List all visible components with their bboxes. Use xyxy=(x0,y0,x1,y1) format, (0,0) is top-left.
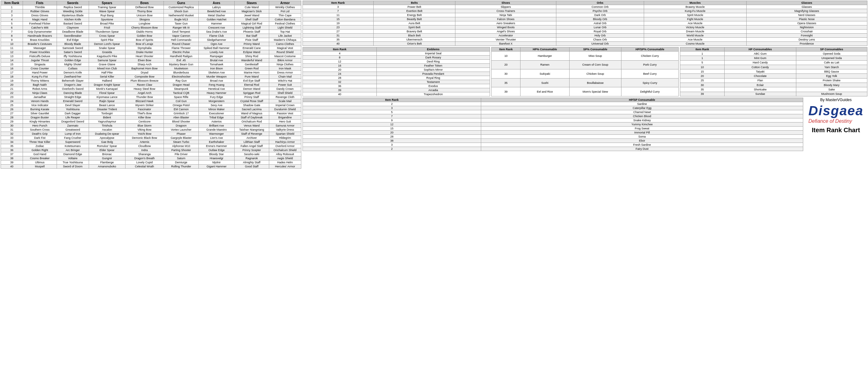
table-row: 16Cross CounterCutlassMixed Iron ClubBap… xyxy=(1,67,301,71)
table-row: 7Exertion BeltCross-TrainersPsycho OrbKu… xyxy=(303,9,867,13)
table-row: 10Brawler's CestusesBloody BladeDemon Lo… xyxy=(1,42,301,46)
table-row: 35ShortcakeSake xyxy=(680,87,867,92)
table-row: 16Feather Token xyxy=(303,64,490,68)
table-row: 30EclairBloody Mary xyxy=(680,83,867,87)
main-col-fists: Fists xyxy=(23,1,57,5)
chart-title: Item Rank Chart xyxy=(812,127,860,134)
table-row: 1ABC GumOpened Soda xyxy=(680,51,867,56)
table-row: 17Hand PowerDemon's KnifeHalf PikeDryadB… xyxy=(1,71,301,75)
right-section: Item Rank Belts Shoes Orbs Muscles Glass… xyxy=(302,0,868,380)
logo-credit: By MasterVGuides xyxy=(820,98,851,102)
game-title-span: Disgaea xyxy=(808,103,863,118)
table-row: 29Kingly HimantesDragonlord SwordYagrush… xyxy=(1,119,301,124)
hpsp2-hp: HP Consumables xyxy=(724,47,796,51)
table-row: 39Eel and RiceMom's Special StewDelightf… xyxy=(492,87,679,96)
table-row: 38Elixir xyxy=(303,139,803,143)
table-row: 3Dress GlovesMysterious BladeRuyi BangUn… xyxy=(1,13,301,18)
right-top-area: Item Rank Belts Shoes Orbs Muscles Glass… xyxy=(303,1,867,46)
table-row: 15SingautaMighty ShotelGrave GlaiveSharp… xyxy=(1,63,301,67)
table-row: 2Sardine xyxy=(303,102,803,106)
right-bottom-area: Item Rank HP/SP Consumable 2Sardine3Cate… xyxy=(303,98,867,151)
table-row: 12Power KnucklesSatan's SwordGrasidaDrak… xyxy=(1,50,301,54)
game-subtitle-span: Defiance of Destiny xyxy=(808,118,852,124)
belt-col-glasses: Glasses xyxy=(746,1,867,5)
table-row: 40Orion's BeltBarefoot XUniversal OrbCos… xyxy=(303,42,867,46)
main-col-armor: Armor xyxy=(269,1,301,5)
table-row: 8Handmade BracersSwordbreakerCross Spear… xyxy=(1,34,301,38)
right-mid-area: Item Rank Emblems 4Imperial Seal8Dark Ro… xyxy=(303,47,867,96)
hpsp-pct-table: Item Rank HP% Consumable SP% Consumable … xyxy=(491,47,679,96)
table-row: 3Power BeltSlippersCommon OrbBrawny Musc… xyxy=(303,5,867,9)
table-row: 39UltimusTrue YoshitsunaFlambergeLovely … xyxy=(1,161,301,165)
table-row: 11Energy BeltNinja TabiDark OrbSpirit Mu… xyxy=(303,13,867,17)
table-row: 1Mint GumUnopened Soda xyxy=(680,56,867,60)
table-row: 19Aura BeltAero SneakersAstral OrbAce Mu… xyxy=(303,21,867,26)
table-row: 33Dark FistFang CrusherApocalypseDemonic… xyxy=(1,136,301,140)
table-row: 30SukiyakiChicken SoupBeef Curry xyxy=(492,69,679,78)
table-row: 28Dragon BusterLife ReaperBidentKiller B… xyxy=(1,115,301,119)
table-row: 25Vice IndicatorDevil SlayerBeast LanceW… xyxy=(1,103,301,107)
table-row: 22Ninja ClawsDancing BladeFloral SpearAn… xyxy=(1,91,301,95)
table-row: 28Soma xyxy=(303,135,803,139)
table-row: 23JamadharStraight EdgeKiyomasa LanceThu… xyxy=(1,95,301,99)
table-row: 4Magic HandKitchen KnifeSpuntoneSkogsraB… xyxy=(1,18,301,22)
table-row: 20Sophia's Mirror xyxy=(303,68,490,72)
table-row: 28Royal Ring xyxy=(303,76,490,80)
table-row: 32Death's GripLump of IronDualwing De-sp… xyxy=(1,132,301,136)
belt-col-orbs: Orbs xyxy=(556,1,644,5)
table-row: 40Trapezohedron xyxy=(303,92,490,96)
table-row: 5Hard CandyCafe au Lait xyxy=(680,60,867,65)
table-row: 39SundaeMushroom Soup xyxy=(680,92,867,96)
table-row: 2Fairy Dust xyxy=(303,147,803,151)
main-col-guns: Guns xyxy=(163,1,198,5)
table-row: 40MuspellSword of DoomAmanonubokoCelesti… xyxy=(1,165,301,169)
table-row: 7Grip DynamometerDeadbone BladeThundemon… xyxy=(1,30,301,34)
main-col-spears: Spears xyxy=(89,1,125,5)
table-row: 3Fresh Sardine xyxy=(303,143,803,147)
belt-col-muscles: Muscles xyxy=(644,1,746,5)
table-row: 21Robot ArmsOverlord's SwordMonk's Kamay… xyxy=(1,87,301,91)
table-row: 5Forehead FlickerBastard SwordBroad Pike… xyxy=(1,22,301,26)
hpsp3-rank: Item Rank xyxy=(303,98,481,102)
table-row: 26Burning KarateYoshitsunaDisaster Tride… xyxy=(1,107,301,111)
table-row: 20RamenCream of Corn SoupPork Curry xyxy=(492,60,679,69)
table-row: 30Hero PunchZanmatoTirishulaBlue StormDr… xyxy=(1,124,301,128)
table-row: 38Cosmo BreakerVoltaireGungnirDragon's B… xyxy=(1,157,301,161)
table-row: 35ZodiacKotetsumaruRomulus' SpearCloudbo… xyxy=(1,144,301,148)
table-row: 39Arcadia xyxy=(303,88,490,92)
table-row: 9Snake Kidney xyxy=(303,118,803,123)
main-col-axes: Axes xyxy=(199,1,235,5)
left-section: Item Rank Fists Swords Spears Bows Guns … xyxy=(0,0,302,380)
logo-game: Disgaea Defiance of Destiny xyxy=(808,103,863,124)
table-row: 10HamburgerMiso SoupChicken Curry xyxy=(492,51,679,61)
hpsp-pct-sp: SP% Consumable xyxy=(569,47,621,51)
table-row: 15Frog Sweat xyxy=(303,127,803,131)
main-col-swords: Swords xyxy=(57,1,89,5)
table-row: 27Bravery BeltAngel's ShoesRoyal OrbDrea… xyxy=(303,30,867,34)
logo-area: By MasterVGuides Disgaea Defiance of Des… xyxy=(804,98,867,134)
hpsp3-consumable: HP/SP Consumable xyxy=(481,98,803,102)
hpsp-pct-hpsp: HP/SP% Consumable xyxy=(621,47,678,51)
main-col-staves: Staves xyxy=(234,1,269,5)
hpsp2-rank: Item Rank xyxy=(680,47,724,51)
table-row: 25FlanProtein Shake xyxy=(680,78,867,82)
table-row: 27Silver GauntletDark DaggerTonbogiriThi… xyxy=(1,111,301,115)
table-row: 35UbermenschVernier ThrusterChaos OrbAce… xyxy=(303,38,867,42)
table-row: 35SushiBouillabaisseSpicy Curry xyxy=(492,78,679,87)
table-row: 15TaiyakiBBQ Sauce xyxy=(680,69,867,74)
table-row: 36Golden RightArc BringerElder SpearIndr… xyxy=(1,148,301,152)
table-row: 18Kung Fu FistZweihand-herSerial KillerC… xyxy=(1,75,301,79)
table-row: 12Devil Ring xyxy=(303,60,490,64)
table-row: 12Yummy Kimchee xyxy=(303,123,803,127)
table-row: 3Caterpillar Egg xyxy=(303,106,803,110)
table-row: 8Dark Rosary xyxy=(303,56,490,60)
table-row: 7Chicken Blood xyxy=(303,114,803,118)
table-row: 4Imperial Seal xyxy=(303,51,490,56)
hpsp-pct-rank: Item Rank xyxy=(492,47,521,51)
table-row: 24Pravada Pendant xyxy=(303,72,490,76)
table-row: 9Brass KnucklesEvil EdgeSpirit PikeBow o… xyxy=(1,38,301,42)
table-row: 31Southern CrossGreatswordAscalonViking … xyxy=(1,128,301,132)
table-row: 19Thorny MittensBehemoth SlayerHalberdPl… xyxy=(1,79,301,83)
table-row: 5Charred Newt xyxy=(303,110,803,114)
hpsp-pct-hp: HP% Consumable xyxy=(521,47,569,51)
